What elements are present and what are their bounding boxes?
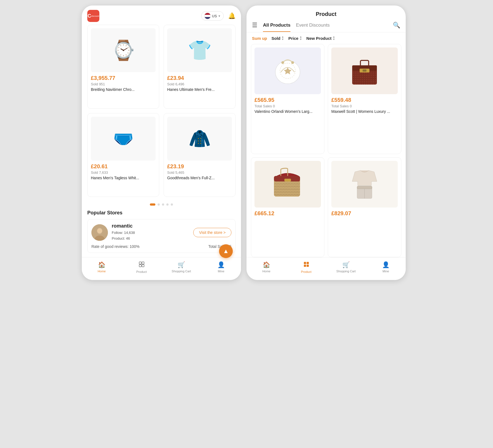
brown-bag-svg (348, 54, 381, 87)
product-card[interactable]: £665.12 (251, 157, 324, 257)
product-name: Hanes Men's Tagless Whit... (91, 175, 156, 180)
menu-icon[interactable]: ☰ (252, 22, 257, 32)
svg-point-3 (97, 228, 102, 233)
nav-home-label: Home (98, 270, 106, 273)
product-sales: Total Sales 0 (254, 104, 321, 108)
sort-arrows-icon: ▲▼ (333, 36, 335, 41)
store-avatar-svg (91, 224, 108, 241)
left-header-right: US ▼ 🔔 (201, 11, 236, 21)
nav-home[interactable]: 🏠 Home (82, 260, 122, 275)
filter-new-product[interactable]: New Product ▲▼ (306, 36, 335, 41)
home-icon: 🏠 (98, 261, 105, 268)
page-title: Product (252, 11, 400, 17)
nav-mine-label: Mine (218, 270, 225, 273)
svg-rect-25 (284, 179, 291, 181)
product-name: Hanes Ultimate Men's Fre... (167, 87, 232, 92)
left-bottom-nav: 🏠 Home Product 🛒 Shopping Cart (82, 257, 241, 280)
filter-price[interactable]: Price ▲▼ (288, 36, 302, 41)
product-card[interactable]: 👕 £23.94 Sold 6,496 Hanes Ultimate Men's… (164, 25, 236, 109)
grid-icon (139, 261, 145, 267)
product-name: Valentino Orlandi Women's Larg... (254, 109, 321, 114)
nav-cart-label: Shopping Cart (172, 270, 191, 273)
popular-stores-title: Popular Stores (87, 210, 236, 216)
svg-rect-6 (139, 265, 141, 267)
right-nav-mine[interactable]: 👤 Mine (366, 260, 406, 275)
store-follow: Follow: 14,638 (112, 230, 189, 236)
search-icon[interactable]: 🔍 (393, 22, 400, 32)
filter-row: Sum up Sold ▲▼ Price ▲▼ New Product ▲▼ (246, 32, 406, 44)
product-image: 🧥 (167, 117, 232, 161)
left-products-grid: ⌚ £3,955.77 Sold 951 Breitling Navitimer… (82, 25, 241, 201)
nav-cart[interactable]: 🛒 Shopping Cart (161, 260, 201, 275)
language-selector[interactable]: US ▼ (201, 11, 224, 21)
dot-5[interactable] (171, 203, 173, 206)
product-price: £559.48 (331, 97, 398, 103)
product-sales: Total Sales 0 (331, 104, 398, 108)
user-icon: 👤 (382, 261, 390, 268)
svg-rect-4 (139, 262, 141, 264)
filter-sold-label: Sold (271, 36, 281, 41)
product-price: £829.07 (331, 210, 398, 217)
product-image (331, 47, 398, 94)
product-card[interactable]: 🩲 £20.61 Sold 7,633 Hanes Men's Tagless … (87, 113, 159, 197)
visit-store-button[interactable]: Visit the store > (193, 228, 231, 237)
dot-3[interactable] (162, 203, 164, 206)
svg-rect-32 (307, 262, 309, 264)
svg-rect-34 (307, 265, 309, 267)
underwear-icon: 🩲 (113, 129, 134, 148)
pagination-dots (82, 201, 241, 210)
scroll-up-fab[interactable]: ▲ (219, 244, 233, 258)
tab-event-discounts[interactable]: Event Discounts (296, 23, 330, 32)
product-card[interactable]: £829.07 (328, 157, 401, 257)
product-name: Goodthreads Men's Full-Z... (167, 175, 232, 180)
nav-product[interactable]: Product (122, 260, 161, 275)
right-nav-cart[interactable]: 🛒 Shopping Cart (326, 260, 366, 275)
app-logo: C discount (87, 10, 99, 22)
store-product-count: Product: 46 (112, 236, 189, 242)
store-avatar (91, 224, 108, 241)
straw-bag-svg (271, 166, 304, 202)
tab-all-products[interactable]: All Products (263, 23, 290, 32)
nav-product-label: Product (136, 270, 147, 273)
product-sold: Sold 6,496 (167, 82, 232, 86)
svg-rect-7 (142, 265, 144, 267)
product-image: 👕 (167, 28, 232, 72)
nav-mine[interactable]: 👤 Mine (201, 260, 241, 275)
right-products-grid: £565.95 Total Sales 0 Valentino Orlandi … (246, 44, 406, 257)
product-card[interactable]: ⌚ £3,955.77 Sold 951 Breitling Navitimer… (87, 25, 159, 109)
product-icon (139, 261, 145, 269)
product-card[interactable]: £565.95 Total Sales 0 Valentino Orlandi … (251, 44, 324, 154)
product-image: ⌚ (91, 28, 156, 72)
product-name: Breitling Navitimer Chro... (91, 87, 156, 92)
svg-point-11 (281, 61, 284, 64)
product-price: £23.94 (167, 75, 232, 81)
svg-rect-31 (304, 262, 306, 264)
flag-label: US (212, 14, 217, 18)
product-card[interactable]: £559.48 Total Sales 0 Maxwell Scott | Wo… (328, 44, 401, 154)
user-icon: 👤 (217, 261, 225, 268)
right-nav-home[interactable]: 🏠 Home (246, 260, 286, 275)
store-footer: Rate of good reviews: 100% Total Sales: … (91, 244, 231, 249)
svg-rect-33 (304, 265, 306, 267)
watch-icon: ⌚ (111, 41, 135, 60)
right-nav-home-label: Home (262, 270, 270, 273)
sort-arrows-icon: ▲▼ (282, 36, 284, 41)
cart-icon: 🛒 (342, 261, 350, 268)
right-nav-product[interactable]: Product (286, 260, 326, 275)
tabs-row: ☰ All Products Event Discounts 🔍 (246, 22, 406, 32)
dot-1[interactable] (150, 203, 155, 206)
svg-point-12 (291, 61, 294, 64)
dot-2[interactable] (158, 203, 160, 206)
product-card[interactable]: 🧥 £23.19 Sold 5,465 Goodthreads Men's Fu… (164, 113, 236, 197)
outfit-svg (349, 166, 380, 202)
filter-sumup[interactable]: Sum up (252, 36, 267, 41)
product-image (254, 161, 321, 208)
grid-icon (303, 261, 309, 267)
filter-sold[interactable]: Sold ▲▼ (271, 36, 284, 41)
store-card: romantic Follow: 14,638 Product: 46 Visi… (87, 219, 236, 253)
chevron-up-icon: ▲ (223, 248, 229, 255)
notification-bell-icon[interactable]: 🔔 (228, 12, 236, 19)
dot-4[interactable] (166, 203, 169, 206)
product-sold: Sold 951 (91, 82, 156, 86)
product-sold: Sold 7,633 (91, 170, 156, 175)
